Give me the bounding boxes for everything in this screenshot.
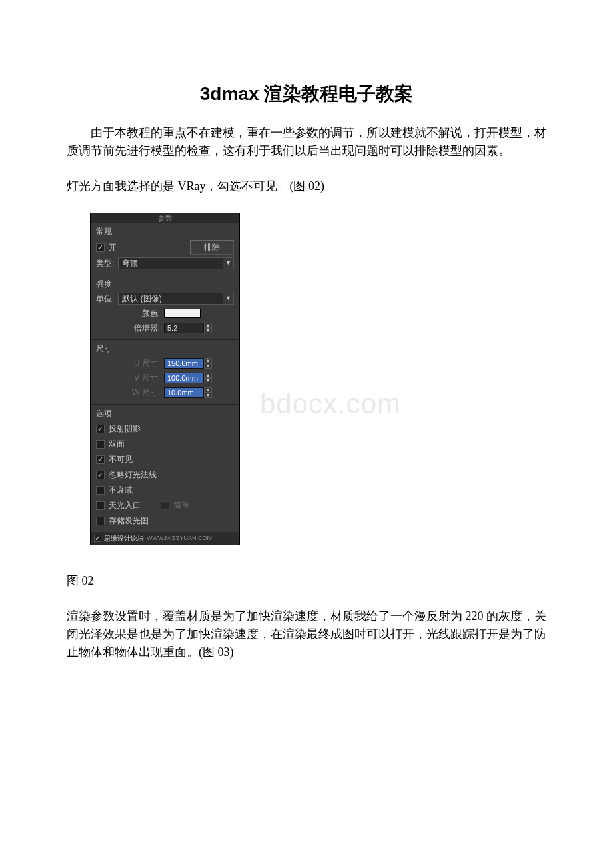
section-intensity-title: 强度 xyxy=(96,278,234,290)
checkbox-double-sided[interactable] xyxy=(96,440,105,449)
light-paragraph: 灯光方面我选择的是 VRay，勾选不可见。(图 02) xyxy=(67,177,546,195)
checkbox-simple[interactable] xyxy=(161,501,169,510)
w-size-label: W 尺寸: xyxy=(121,387,160,399)
multiplier-spinner[interactable]: 5.2 ▲▼ xyxy=(164,323,212,333)
checkbox-on[interactable] xyxy=(96,243,105,252)
color-label: 颜色: xyxy=(121,307,160,319)
checkbox-cast-shadows[interactable] xyxy=(96,425,105,433)
type-dropdown[interactable]: 穹顶 ▼ xyxy=(118,257,234,269)
panel-footer: 思缘设计论坛 WWW.MISSYUAN.COM xyxy=(91,532,239,545)
spinner-down-icon[interactable]: ▼ xyxy=(204,393,212,398)
footer-watermark: WWW.MISSYUAN.COM xyxy=(147,534,212,543)
spinner-down-icon[interactable]: ▼ xyxy=(204,378,212,383)
u-size-spinner[interactable]: 150.0mm ▲▼ xyxy=(164,358,212,369)
section-options-title: 选项 xyxy=(96,407,234,419)
label-ignore-normals: 忽略灯光法线 xyxy=(109,469,157,481)
unit-dropdown[interactable]: 默认 (图像) ▼ xyxy=(118,293,234,305)
multiplier-label: 倍增器: xyxy=(121,322,160,334)
label-simple: 简单 xyxy=(173,499,189,511)
spinner-down-icon[interactable]: ▼ xyxy=(204,328,212,333)
vray-light-panel-screenshot: bdocx.com 参数 常规 开 排除 类型: 穹顶 ▼ 强度 xyxy=(90,213,476,545)
v-size-value[interactable]: 100.0mm xyxy=(164,373,204,383)
label-store-glow: 存储发光图 xyxy=(109,515,149,527)
label-invisible: 不可见 xyxy=(109,453,133,465)
checkbox-sky-portal[interactable] xyxy=(96,501,105,510)
unit-value: 默认 (图像) xyxy=(122,293,161,305)
site-watermark: bdocx.com xyxy=(260,383,401,425)
intro-paragraph: 由于本教程的重点不在建模，重在一些参数的调节，所以建模就不解说，打开模型，材质调… xyxy=(67,124,546,160)
color-swatch[interactable] xyxy=(164,309,201,318)
u-size-value[interactable]: 150.0mm xyxy=(164,358,204,369)
type-value: 穹顶 xyxy=(122,257,138,269)
section-size: 尺寸 U 尺寸: 150.0mm ▲▼ V 尺寸: 100.0mm ▲▼ W 尺… xyxy=(91,340,239,405)
figure-caption-02: 图 02 xyxy=(67,572,546,590)
checkbox-invisible[interactable] xyxy=(96,455,105,464)
u-size-label: U 尺寸: xyxy=(121,357,160,369)
footer-text: 思缘设计论坛 xyxy=(104,533,144,543)
checkbox-store-glow[interactable] xyxy=(96,517,105,525)
w-size-spinner[interactable]: 10.0mm ▲▼ xyxy=(164,387,212,398)
type-label: 类型: xyxy=(96,257,114,269)
closing-paragraph: 渲染参数设置时，覆盖材质是为了加快渲染速度，材质我给了一个漫反射为 220 的灰… xyxy=(67,607,546,661)
v-size-spinner[interactable]: 100.0mm ▲▼ xyxy=(164,373,212,383)
section-general-title: 常规 xyxy=(96,225,234,237)
spinner-up-icon[interactable]: ▲ xyxy=(204,373,212,378)
v-size-label: V 尺寸: xyxy=(121,372,160,384)
section-intensity: 强度 单位: 默认 (图像) ▼ 颜色: 倍增器: 5.2 ▲▼ xyxy=(91,275,239,340)
multiplier-value[interactable]: 5.2 xyxy=(164,323,204,333)
footer-checkbox[interactable] xyxy=(94,535,101,542)
exclude-button[interactable]: 排除 xyxy=(190,240,234,255)
label-no-decay: 不衰减 xyxy=(109,484,133,496)
label-on: 开 xyxy=(109,241,117,253)
label-sky-portal: 天光入口 xyxy=(109,499,141,511)
panel-header: 参数 xyxy=(91,213,239,223)
spinner-up-icon[interactable]: ▲ xyxy=(204,358,212,363)
section-options: 选项 投射阴影 双面 不可见 忽略灯光法线 不衰减 xyxy=(91,405,239,532)
unit-label: 单位: xyxy=(96,293,114,305)
section-general: 常规 开 排除 类型: 穹顶 ▼ xyxy=(91,223,239,275)
label-double-sided: 双面 xyxy=(109,438,125,450)
panel: 参数 常规 开 排除 类型: 穹顶 ▼ 强度 单位: xyxy=(90,213,240,545)
spinner-up-icon[interactable]: ▲ xyxy=(204,323,212,328)
spinner-down-icon[interactable]: ▼ xyxy=(204,363,212,369)
chevron-down-icon: ▼ xyxy=(223,293,233,304)
checkbox-no-decay[interactable] xyxy=(96,486,105,495)
checkbox-ignore-normals[interactable] xyxy=(96,471,105,479)
chevron-down-icon: ▼ xyxy=(223,258,233,269)
w-size-value[interactable]: 10.0mm xyxy=(164,387,204,398)
label-cast-shadows: 投射阴影 xyxy=(109,423,141,435)
section-size-title: 尺寸 xyxy=(96,343,234,355)
spinner-up-icon[interactable]: ▲ xyxy=(204,387,212,393)
page-title: 3dmax 渲染教程电子教案 xyxy=(67,80,546,108)
